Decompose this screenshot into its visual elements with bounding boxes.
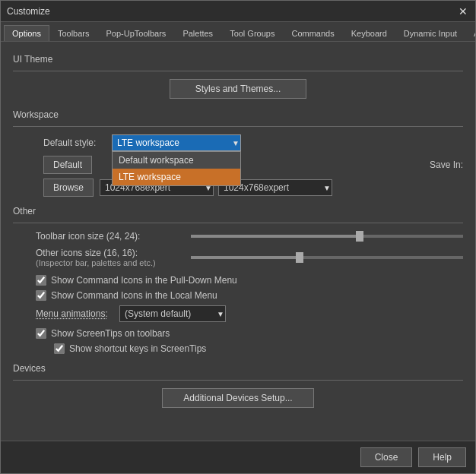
tab-toolbars[interactable]: Toolbars	[49, 25, 98, 41]
tab-dynamic-input[interactable]: Dynamic Input	[395, 25, 465, 41]
tab-options[interactable]: Options	[4, 25, 49, 42]
close-title-btn[interactable]: ✕	[457, 5, 469, 17]
other-icon-slider-row: Other icons size (16, 16): (Inspector ba…	[36, 248, 463, 267]
show-screentips-checkbox[interactable]	[36, 328, 46, 339]
default-button[interactable]: Default	[43, 156, 92, 174]
tab-commands[interactable]: Commands	[283, 25, 342, 41]
other-icon-label-block: Other icons size (16, 16): (Inspector ba…	[36, 248, 188, 267]
dropdown-item-lte[interactable]: LTE workspace	[113, 169, 240, 185]
default-save-row: Default Save In:	[43, 156, 463, 174]
help-button[interactable]: Help	[418, 447, 466, 467]
show-shortcut-checkbox[interactable]	[54, 343, 65, 354]
workspace-divider	[13, 126, 463, 127]
devices-label: Devices	[13, 363, 463, 374]
show-screentips-row: Show ScreenTips on toolbars	[36, 328, 463, 339]
other-divider	[13, 223, 463, 223]
menu-anim-wrapper: (System default) ▼	[119, 305, 226, 322]
tab-bar: Options Toolbars Pop-UpToolbars Palettes…	[1, 22, 475, 42]
other-section: Other Toolbar icon size (24, 24): Other …	[13, 206, 463, 354]
customize-dialog: Customize ✕ Options Toolbars Pop-UpToolb…	[0, 0, 476, 474]
show-screentips-label: Show ScreenTips on toolbars	[51, 328, 170, 339]
toolbar-icon-track	[191, 235, 463, 238]
show-cmd-local-row: Show Command Icons in the Local Menu	[36, 290, 463, 301]
workspace-section: Workspace Default style: LTE workspace ▼…	[13, 109, 463, 197]
devices-section: Devices Additional Devices Setup...	[13, 363, 463, 408]
toolbar-icon-thumb[interactable]	[356, 231, 363, 242]
show-shortcut-label: Show shortcut keys in ScreenTips	[69, 343, 206, 354]
devices-divider	[13, 380, 463, 381]
ui-theme-label: UI Theme	[13, 54, 463, 65]
tab-popup-toolbars[interactable]: Pop-UpToolbars	[98, 25, 175, 41]
dialog-title: Customize	[7, 6, 50, 17]
toolbar-icon-slider-row: Toolbar icon size (24, 24):	[36, 231, 463, 242]
tab-keyboard[interactable]: Keyboard	[343, 25, 395, 41]
toolbar-icon-fill	[191, 235, 360, 238]
other-label: Other	[13, 206, 463, 216]
show-cmd-pulldown-label: Show Command Icons in the Pull-Down Menu	[51, 275, 237, 286]
content-area: UI Theme Styles and Themes... Workspace …	[1, 42, 475, 441]
workspace-label: Workspace	[13, 109, 463, 120]
default-style-dropdown: Default workspace LTE workspace	[112, 151, 241, 186]
default-style-input[interactable]: LTE workspace	[112, 134, 241, 151]
other-icon-sub: (Inspector bar, palettes and etc.)	[36, 258, 188, 267]
title-bar: Customize ✕	[1, 1, 475, 22]
menu-anim-select[interactable]: (System default)	[119, 305, 226, 322]
ui-theme-divider	[13, 71, 463, 71]
tab-tool-groups[interactable]: Tool Groups	[221, 25, 283, 41]
other-icon-thumb[interactable]	[296, 252, 303, 263]
other-icon-track	[191, 256, 463, 259]
show-cmd-local-label: Show Command Icons in the Local Menu	[51, 290, 217, 301]
dropdown-item-default[interactable]: Default workspace	[113, 152, 240, 169]
footer: Close Help	[1, 441, 475, 473]
save-in-label: Save In:	[430, 160, 463, 170]
default-style-row: Default style: LTE workspace ▼ Default w…	[43, 134, 463, 151]
show-cmd-local-checkbox[interactable]	[36, 290, 46, 301]
styles-themes-button[interactable]: Styles and Themes...	[170, 79, 306, 99]
toolbar-icon-label: Toolbar icon size (24, 24):	[36, 231, 188, 242]
browse-button[interactable]: Browse	[43, 179, 94, 197]
default-style-label: Default style:	[43, 137, 112, 148]
show-cmd-pulldown-checkbox[interactable]	[36, 275, 46, 286]
tab-palettes[interactable]: Palettes	[174, 25, 221, 41]
show-shortcut-row: Show shortcut keys in ScreenTips	[54, 343, 463, 354]
show-cmd-pulldown-row: Show Command Icons in the Pull-Down Menu	[36, 275, 463, 286]
close-button[interactable]: Close	[360, 447, 413, 467]
other-icon-fill	[191, 256, 300, 259]
menu-anim-label: Menu animations:	[36, 308, 119, 319]
additional-devices-button[interactable]: Additional Devices Setup...	[162, 388, 314, 408]
other-icon-label: Other icons size (16, 16):	[36, 248, 188, 258]
menu-anim-row: Menu animations: (System default) ▼	[36, 305, 463, 322]
default-style-wrapper: LTE workspace ▼ Default workspace LTE wo…	[112, 134, 241, 151]
browse-row: Browse 1024x768expert ▼ 1024x768expert ▼	[43, 179, 463, 197]
tab-ali[interactable]: Ali	[465, 25, 475, 41]
